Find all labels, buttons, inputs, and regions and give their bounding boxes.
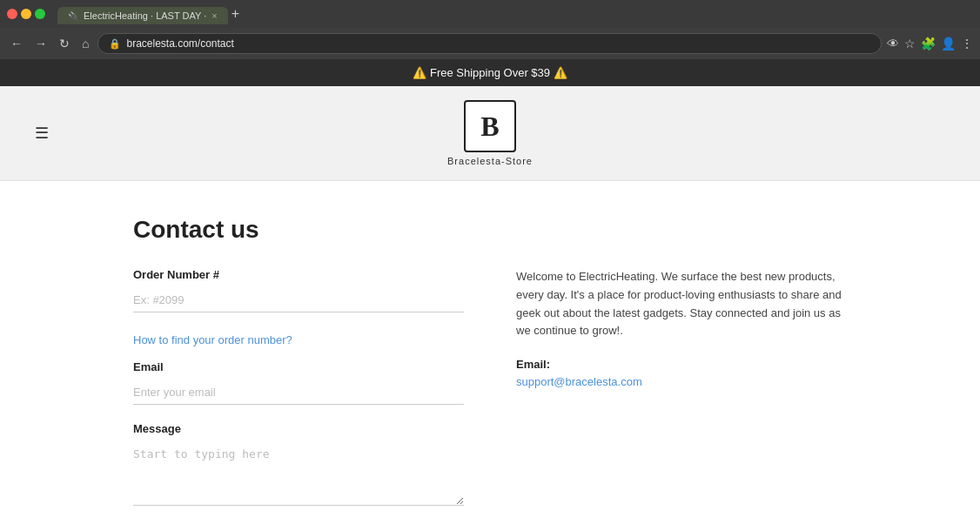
tab-label: ElectricHeating · LAST DAY ·	[84, 10, 206, 21]
more-menu-button[interactable]: ⋮	[961, 37, 973, 50]
back-button[interactable]: ←	[7, 35, 26, 52]
close-button[interactable]	[7, 9, 17, 19]
active-tab[interactable]: 🔌 ElectricHeating · LAST DAY · ×	[57, 7, 228, 24]
toolbar-icons: 👁 ☆ 🧩 👤 ⋮	[887, 37, 973, 50]
browser-toolbar: ← → ↻ ⌂ 🔒 bracelesta.com/contact 👁 ☆ 🧩 👤…	[0, 28, 980, 59]
info-email-link[interactable]: support@bracelesta.com	[516, 375, 642, 388]
message-label: Message	[133, 422, 464, 435]
star-button[interactable]: ☆	[904, 37, 916, 50]
eye-icon-button[interactable]: 👁	[887, 37, 899, 50]
order-number-input[interactable]	[133, 288, 464, 312]
contact-layout: Order Number # How to find your order nu…	[133, 268, 847, 524]
address-bar[interactable]: 🔒 bracelesta.com/contact	[97, 33, 882, 54]
logo-icon: B	[464, 100, 516, 152]
new-tab-button[interactable]: +	[232, 6, 239, 22]
announcement-bar: ⚠️ Free Shipping Over $39 ⚠️	[0, 59, 980, 86]
user-icon-button[interactable]: 👤	[941, 37, 956, 50]
home-button[interactable]: ⌂	[78, 35, 92, 52]
logo-store-name: Bracelesta-Store	[447, 156, 533, 166]
extensions-button[interactable]: 🧩	[921, 37, 936, 50]
lock-icon: 🔒	[109, 38, 121, 50]
hamburger-menu-button[interactable]: ☰	[35, 124, 49, 143]
tab-close-icon[interactable]: ×	[211, 10, 217, 21]
email-input[interactable]	[133, 380, 464, 405]
message-group: Message	[133, 422, 464, 508]
maximize-button[interactable]	[35, 9, 45, 19]
browser-window: 🔌 ElectricHeating · LAST DAY · × + ← → ↻…	[0, 0, 980, 524]
title-bar: 🔌 ElectricHeating · LAST DAY · × +	[0, 0, 980, 28]
email-group: Email	[133, 360, 464, 405]
url-text: bracelesta.com/contact	[126, 37, 233, 50]
reload-button[interactable]: ↻	[56, 35, 73, 52]
logo-container: B Bracelesta-Store	[447, 100, 533, 166]
email-label: Email	[133, 360, 464, 373]
page-background: ⚠️ Free Shipping Over $39 ⚠️ ☰ B Bracele…	[0, 59, 980, 524]
main-content: Contact us Order Number # How to find yo…	[98, 181, 882, 524]
info-description: Welcome to ElectricHeating. We surface t…	[516, 268, 847, 340]
info-email-label: Email:	[516, 358, 847, 371]
tab-favicon: 🔌	[68, 11, 78, 21]
order-number-label: Order Number #	[133, 268, 464, 281]
main-content-card: Contact us Order Number # How to find yo…	[0, 181, 980, 524]
site-header: ☰ B Bracelesta-Store	[0, 86, 980, 181]
page-content: ⚠️ Free Shipping Over $39 ⚠️ ☰ B Bracele…	[0, 59, 980, 524]
message-textarea[interactable]	[133, 442, 464, 506]
contact-info-column: Welcome to ElectricHeating. We surface t…	[516, 268, 847, 524]
announcement-text: ⚠️ Free Shipping Over $39 ⚠️	[413, 66, 567, 79]
order-number-group: Order Number #	[133, 268, 464, 312]
page-title: Contact us	[133, 216, 847, 244]
contact-form-column: Order Number # How to find your order nu…	[133, 268, 464, 524]
forward-button[interactable]: →	[31, 35, 50, 52]
minimize-button[interactable]	[21, 9, 31, 19]
tab-bar: 🔌 ElectricHeating · LAST DAY · × +	[57, 5, 973, 23]
find-order-link[interactable]: How to find your order number?	[133, 333, 292, 346]
window-controls	[7, 9, 45, 19]
